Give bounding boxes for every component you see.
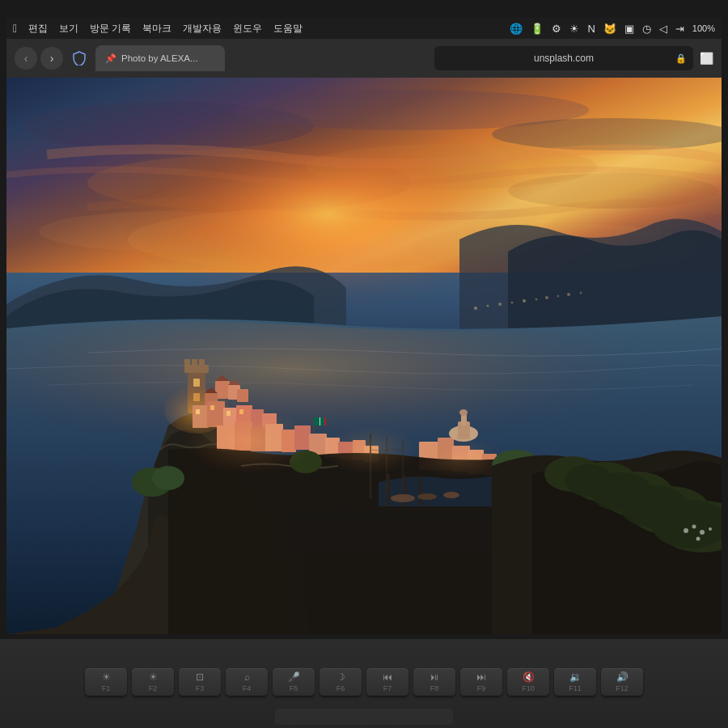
key-f8[interactable]: ⏯ F8 xyxy=(413,668,455,696)
svg-point-83 xyxy=(692,525,696,529)
menubar-right: 🌐 🔋 ⚙ ☀ N 🐱 ▣ ◷ ◁ ⇥ 100% xyxy=(510,23,715,35)
mission-control-icon: ⊡ xyxy=(196,671,204,683)
share-icon[interactable]: ⬜ xyxy=(700,52,713,65)
forward-button[interactable]: › xyxy=(40,47,63,70)
menu-developer[interactable]: 개발자용 xyxy=(183,22,222,36)
key-f5[interactable]: 🎤 F5 xyxy=(273,668,315,696)
svg-point-60 xyxy=(417,493,437,500)
brightness-down-icon: ☀ xyxy=(102,671,111,683)
clock-icon: ◷ xyxy=(642,23,651,35)
menu-view[interactable]: 보기 xyxy=(59,22,78,36)
scene-svg xyxy=(6,78,722,634)
laptop-body:  편집 보기 방문 기록 북마크 개발자용 윈도우 도움말 🌐 🔋 ⚙ ☀ N… xyxy=(0,0,728,728)
svg-point-106 xyxy=(580,292,582,294)
apple-menu[interactable]:  xyxy=(13,22,17,35)
cat-icon: 🐱 xyxy=(603,23,616,35)
svg-point-101 xyxy=(523,299,526,303)
svg-point-97 xyxy=(474,307,477,310)
battery-icon: 🔋 xyxy=(531,23,544,35)
back-button[interactable]: ‹ xyxy=(15,47,37,70)
tab-favicon-photo: 📌 xyxy=(105,53,116,64)
key-f11-label: F11 xyxy=(569,684,582,692)
svg-point-105 xyxy=(567,293,570,296)
menu-window[interactable]: 윈도우 xyxy=(233,22,262,36)
key-f12[interactable]: 🔊 F12 xyxy=(601,668,643,696)
key-f5-label: F5 xyxy=(290,684,298,692)
key-f2-label: F2 xyxy=(149,684,158,692)
n-icon: N xyxy=(587,23,595,35)
key-f9[interactable]: ⏭ F9 xyxy=(460,668,502,696)
menu-bookmarks[interactable]: 북마크 xyxy=(142,22,171,36)
key-f7-label: F7 xyxy=(383,684,392,692)
key-f8-label: F8 xyxy=(430,684,439,692)
svg-rect-93 xyxy=(324,417,326,425)
svg-point-102 xyxy=(535,298,538,301)
svg-point-104 xyxy=(557,295,560,298)
tab-title-photo: Photo by ALEXA... xyxy=(121,53,215,63)
svg-rect-13 xyxy=(192,359,197,366)
key-f11[interactable]: 🔉 F11 xyxy=(554,668,596,696)
svg-point-98 xyxy=(487,305,489,307)
key-f6[interactable]: ☽ F6 xyxy=(320,668,362,696)
menu-edit[interactable]: 편집 xyxy=(28,22,48,36)
key-f4-label: F4 xyxy=(243,684,252,692)
brightness-up-icon: ☀ xyxy=(149,671,158,683)
search-key-icon: ⌕ xyxy=(244,671,250,683)
key-f2[interactable]: ☀ F2 xyxy=(132,668,174,696)
svg-point-59 xyxy=(391,494,415,502)
url-input[interactable] xyxy=(434,46,693,70)
svg-point-84 xyxy=(700,530,705,535)
sound-icon: ◁ xyxy=(659,23,667,35)
nav-buttons: ‹ › xyxy=(15,47,63,70)
fastforward-icon: ⏭ xyxy=(476,671,486,683)
key-f7[interactable]: ⏮ F7 xyxy=(366,668,408,696)
webpage-content xyxy=(6,78,722,634)
settings-icon: ⚙ xyxy=(552,23,561,35)
svg-point-61 xyxy=(443,492,459,498)
key-f3[interactable]: ⊡ F3 xyxy=(179,668,221,696)
key-f10-label: F10 xyxy=(522,684,535,692)
vol-up-icon: 🔊 xyxy=(616,671,629,683)
screen-display:  편집 보기 방문 기록 북마크 개발자용 윈도우 도움말 🌐 🔋 ⚙ ☀ N… xyxy=(6,18,722,634)
key-f6-label: F6 xyxy=(336,684,345,692)
mic-icon: 🎤 xyxy=(288,671,300,683)
svg-point-100 xyxy=(511,302,514,304)
svg-rect-14 xyxy=(199,359,205,366)
battery-percent: 100% xyxy=(692,23,715,33)
svg-point-86 xyxy=(696,537,700,541)
playpause-icon: ⏯ xyxy=(430,671,439,683)
browser-toolbar: ‹ › 📌 Photo by ALEXA... xyxy=(6,39,722,78)
url-bar-container: 🔒 xyxy=(434,46,693,70)
shield-icon[interactable] xyxy=(70,49,89,68)
brightness-icon: ☀ xyxy=(569,23,579,35)
svg-point-94 xyxy=(184,409,314,474)
menu-history[interactable]: 방문 기록 xyxy=(90,22,131,36)
svg-rect-92 xyxy=(320,417,320,425)
svg-rect-31 xyxy=(196,409,200,414)
rewind-icon: ⏮ xyxy=(383,671,392,683)
globe-icon: 🌐 xyxy=(510,23,523,35)
bluetooth-icon: ▣ xyxy=(624,23,634,35)
menu-help[interactable]: 도움말 xyxy=(273,22,303,36)
lock-icon: 🔒 xyxy=(675,53,687,64)
key-f4[interactable]: ⌕ F4 xyxy=(226,668,268,696)
key-f12-label: F12 xyxy=(616,684,629,692)
camera-notch xyxy=(315,0,413,18)
svg-point-82 xyxy=(684,528,688,533)
menubar-left:  편집 보기 방문 기록 북마크 개발자용 윈도우 도움말 xyxy=(13,22,303,36)
svg-point-103 xyxy=(545,296,548,299)
trackpad[interactable] xyxy=(275,709,453,725)
svg-point-99 xyxy=(498,303,502,306)
dnd-icon: ☽ xyxy=(336,671,345,683)
key-f1[interactable]: ☀ F1 xyxy=(85,668,127,696)
svg-rect-32 xyxy=(210,405,214,410)
key-f3-label: F3 xyxy=(196,684,205,692)
svg-point-85 xyxy=(709,527,712,531)
svg-point-95 xyxy=(322,425,419,474)
svg-point-96 xyxy=(419,438,500,478)
key-f10[interactable]: 🔇 F10 xyxy=(507,668,549,696)
mute-icon: 🔇 xyxy=(523,671,535,683)
vol-down-icon: 🔉 xyxy=(569,671,582,683)
svg-rect-21 xyxy=(237,389,248,402)
tab-photo[interactable]: 📌 Photo by ALEXA... xyxy=(95,45,225,71)
